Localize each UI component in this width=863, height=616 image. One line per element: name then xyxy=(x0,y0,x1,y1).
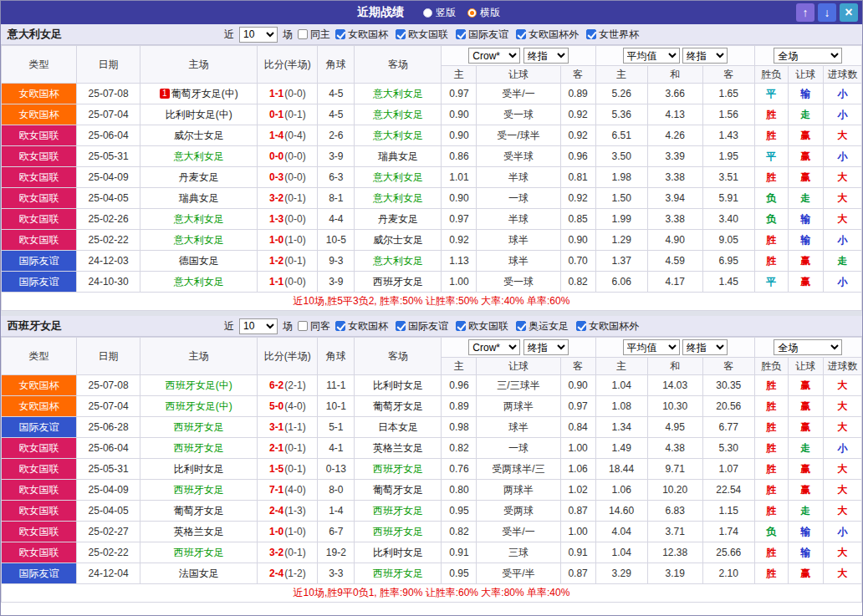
corner-score: 0-13 xyxy=(318,459,355,480)
same-venue-label: 同客 xyxy=(310,319,330,333)
checkbox-checked-icon[interactable] xyxy=(516,321,526,331)
league-filter-checkbox[interactable]: 国际友谊 xyxy=(456,28,508,42)
radio-checked-icon[interactable] xyxy=(467,8,477,18)
bookmaker-select[interactable]: Crow* xyxy=(468,339,520,355)
result-wdl: 胜 xyxy=(754,396,788,417)
fulltime-score: 3-1 xyxy=(269,421,283,433)
avg-away-odds: 6.95 xyxy=(702,251,754,272)
league-filter-checkbox[interactable]: 女欧国杯 xyxy=(335,28,388,42)
checkbox-checked-icon[interactable] xyxy=(516,29,526,39)
league-filter-checkbox[interactable]: 欧女国联 xyxy=(396,28,448,42)
home-team: 丹麦女足 xyxy=(140,167,258,188)
result-handicap: 赢 xyxy=(788,396,823,417)
result-handicap: 赢 xyxy=(788,563,823,584)
recent-count-select[interactable]: 10 xyxy=(239,27,278,43)
result-goals: 走 xyxy=(823,251,861,272)
result-goals: 大 xyxy=(823,501,861,522)
avg-home-odds: 4.04 xyxy=(595,522,647,542)
away-team: 英格兰女足 xyxy=(355,438,442,459)
away-team: 西班牙女足 xyxy=(355,501,442,522)
avg-home-odds: 6.06 xyxy=(595,272,647,293)
fulltime-select[interactable]: 全场 xyxy=(774,339,842,355)
avg-draw-odds: 4.26 xyxy=(647,125,702,146)
home-odds: 0.95 xyxy=(442,563,477,584)
league-filter-checkbox[interactable]: 欧女国联 xyxy=(456,319,508,333)
team-name: 威尔士女足 xyxy=(174,130,224,141)
team-name: 意大利女足 xyxy=(373,109,423,120)
away-odds: 0.87 xyxy=(560,501,595,522)
score: 1-1(0-0) xyxy=(258,272,318,293)
result-goals: 小 xyxy=(823,84,861,104)
checkbox-unchecked-icon[interactable] xyxy=(298,29,308,39)
avg-away-odds: 3.51 xyxy=(702,167,754,188)
scroll-up-button[interactable]: ↑ xyxy=(796,3,814,22)
league-filter-checkbox[interactable]: 女欧国杯外 xyxy=(576,319,639,333)
match-row: 欧女国联25-04-05瑞典女足3-2(0-1)8-1意大利女足0.90一球0.… xyxy=(2,188,862,209)
league-filter-checkbox[interactable]: 奥运女足 xyxy=(516,319,569,333)
checkbox-checked-icon[interactable] xyxy=(335,29,345,39)
bookmaker-select[interactable]: Crow* xyxy=(468,48,520,64)
checkbox-checked-icon[interactable] xyxy=(576,321,586,331)
match-date: 25-07-08 xyxy=(77,84,140,104)
recent-count-select[interactable]: 10 xyxy=(239,318,278,334)
team-name: 德国女足 xyxy=(179,255,219,267)
team-name: 葡萄牙女足 xyxy=(174,505,224,517)
checkbox-checked-icon[interactable] xyxy=(396,29,406,39)
col-score: 比分(半场) xyxy=(258,46,318,84)
result-goals: 大 xyxy=(823,459,861,480)
handicap: 两球半 xyxy=(477,396,560,417)
same-venue-checkbox[interactable]: 同客 xyxy=(298,319,330,333)
team-name: 西班牙女足(中) xyxy=(166,400,232,412)
avg-draw-odds: 4.90 xyxy=(647,230,702,251)
team-name: 法国女足 xyxy=(179,568,219,579)
league-filter-checkbox[interactable]: 国际友谊 xyxy=(396,319,448,333)
league-filter-checkbox[interactable]: 女欧国杯外 xyxy=(516,28,579,42)
avg-stage-select[interactable]: 终指 xyxy=(682,339,728,355)
scroll-down-button[interactable]: ↓ xyxy=(818,3,836,22)
result-wdl: 胜 xyxy=(754,438,788,459)
team-section: 西班牙女足 近 10 场 同客 女欧国杯国际友谊欧女国联奥运女足女欧国杯外 xyxy=(1,316,862,603)
league-filter-label: 女欧国杯 xyxy=(348,319,388,333)
checkbox-checked-icon[interactable] xyxy=(396,321,406,331)
layout-radio-vertical[interactable]: 竖版 xyxy=(423,6,456,20)
away-team: 日本女足 xyxy=(355,417,442,438)
result-wdl: 胜 xyxy=(754,542,788,563)
close-button[interactable]: × xyxy=(840,3,858,22)
away-team: 葡萄牙女足 xyxy=(355,480,442,501)
odds-stage-select[interactable]: 终指 xyxy=(523,48,569,64)
filter-bar: 近 10 场 同客 女欧国杯国际友谊欧女国联奥运女足女欧国杯外 xyxy=(224,318,639,334)
fulltime-score: 1-2 xyxy=(269,255,283,267)
checkbox-checked-icon[interactable] xyxy=(456,321,466,331)
same-venue-checkbox[interactable]: 同主 xyxy=(298,28,330,42)
checkbox-checked-icon[interactable] xyxy=(335,321,345,331)
layout-radio-horizontal[interactable]: 横版 xyxy=(467,6,500,20)
league-filter-checkbox[interactable]: 女世界杯 xyxy=(586,28,639,42)
result-goals: 大 xyxy=(823,542,861,563)
home-odds: 1.01 xyxy=(442,167,477,188)
match-date: 25-05-31 xyxy=(77,459,140,480)
checkbox-checked-icon[interactable] xyxy=(586,29,596,39)
away-odds: 1.06 xyxy=(560,459,595,480)
odds-stage-select[interactable]: 终指 xyxy=(523,339,569,355)
avg-select[interactable]: 平均值 xyxy=(623,48,680,64)
avg-select[interactable]: 平均值 xyxy=(623,339,680,355)
league-filter-checkbox[interactable]: 女欧国杯 xyxy=(335,319,388,333)
away-odds: 0.90 xyxy=(560,230,595,251)
fulltime-select[interactable]: 全场 xyxy=(774,48,842,64)
handicap: 球半 xyxy=(477,251,560,272)
handicap: 两球半 xyxy=(477,480,560,501)
avg-stage-select[interactable]: 终指 xyxy=(682,48,728,64)
result-wdl: 胜 xyxy=(754,125,788,146)
matches-unit-label: 场 xyxy=(283,28,293,42)
result-goals: 大 xyxy=(823,480,861,501)
match-date: 24-12-03 xyxy=(77,251,140,272)
col-result-handicap: 让球 xyxy=(788,358,823,375)
checkbox-unchecked-icon[interactable] xyxy=(298,321,308,331)
league-type-badge: 国际友谊 xyxy=(2,563,77,584)
fulltime-score: 6-2 xyxy=(269,379,283,391)
away-team: 比利时女足 xyxy=(355,542,442,563)
league-filter-label: 欧女国联 xyxy=(408,28,448,42)
section-team-title: 西班牙女足 xyxy=(8,318,62,333)
checkbox-checked-icon[interactable] xyxy=(456,29,466,39)
radio-unchecked-icon[interactable] xyxy=(423,8,432,18)
